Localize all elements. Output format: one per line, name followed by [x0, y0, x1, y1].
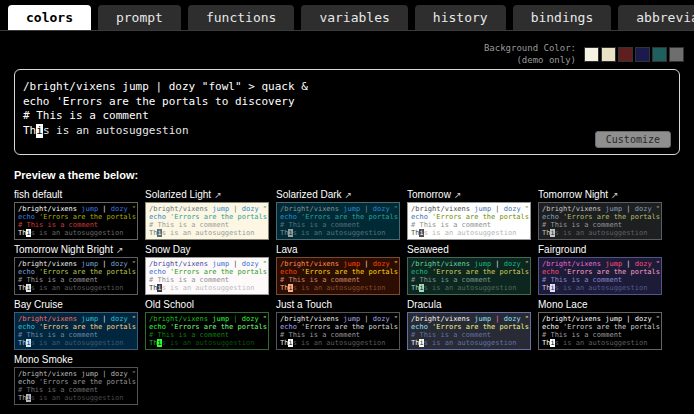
background-swatch[interactable] [584, 47, 599, 62]
code-path: /bright/vixens [23, 80, 116, 93]
tab-abbreviations[interactable]: abbreviations [618, 5, 694, 30]
code-path: /bright/vixens [411, 205, 470, 213]
theme-terminal-preview[interactable]: /bright/vixens jump | dozy "echo 'Errors… [145, 312, 269, 350]
autosuggestion-line: This is an autosuggestion [23, 124, 671, 139]
theme-card[interactable]: Lava/bright/vixens jump | dozy "echo 'Er… [276, 244, 400, 295]
code-path: /bright/vixens [542, 315, 601, 323]
theme-name[interactable]: Fairground [538, 244, 662, 255]
theme-name[interactable]: Solarized Dark↗ [276, 189, 400, 200]
theme-terminal-preview[interactable]: /bright/vixens jump | dozy "echo 'Errors… [538, 202, 662, 240]
code-operator: & [301, 80, 308, 93]
theme-card[interactable]: Mono Lace/bright/vixens jump | dozy "ech… [538, 299, 662, 350]
background-swatch[interactable] [652, 47, 667, 62]
theme-card[interactable]: Snow Day/bright/vixens jump | dozy "echo… [145, 244, 269, 295]
theme-name[interactable]: Mono Smoke [14, 354, 138, 365]
theme-name-label: Solarized Dark [276, 189, 342, 200]
theme-terminal-preview[interactable]: /bright/vixens jump | dozy "echo 'Errors… [276, 257, 400, 295]
code-line: echo 'Errors are the portals [18, 323, 134, 331]
theme-terminal-preview[interactable]: /bright/vixens jump | dozy "echo 'Errors… [276, 202, 400, 240]
theme-terminal-preview[interactable]: /bright/vixens jump | dozy "echo 'Errors… [538, 257, 662, 295]
theme-terminal-preview[interactable]: /bright/vixens jump | dozy "echo 'Errors… [276, 312, 400, 350]
theme-terminal-preview[interactable]: /bright/vixens jump | dozy "echo 'Errors… [145, 257, 269, 295]
code-line: # This is a comment [18, 386, 134, 394]
theme-terminal-preview[interactable]: /bright/vixens jump | dozy "echo 'Errors… [14, 312, 138, 350]
code-comment: # This is a comment [280, 276, 360, 284]
theme-name[interactable]: Lava [276, 244, 400, 255]
background-swatch[interactable] [635, 47, 650, 62]
background-swatch[interactable] [669, 47, 684, 62]
code-typed: Th [18, 394, 26, 402]
theme-name[interactable]: Snow Day [145, 244, 269, 255]
theme-name[interactable]: Dracula [407, 299, 531, 310]
theme-name[interactable]: Mono Lace [538, 299, 662, 310]
tab-bindings[interactable]: bindings [513, 5, 612, 30]
code-line: echo 'Errors are the portals [542, 213, 658, 221]
theme-card[interactable]: Tomorrow Night↗/bright/vixens jump | doz… [538, 189, 662, 240]
tab-variables[interactable]: variables [301, 5, 407, 30]
background-swatch[interactable] [601, 47, 616, 62]
theme-card[interactable]: Solarized Light↗/bright/vixens jump | do… [145, 189, 269, 240]
customize-button[interactable]: Customize [595, 131, 671, 148]
code-command: echo [411, 268, 428, 276]
theme-terminal-preview[interactable]: /bright/vixens jump | dozy "echo 'Errors… [145, 202, 269, 240]
code-quote: 'Errors are the portals [301, 213, 398, 221]
theme-name[interactable]: Tomorrow Night↗ [538, 189, 662, 200]
theme-name[interactable]: Tomorrow Night Bright↗ [14, 244, 138, 255]
code-line: /bright/vixens jump | dozy "fowl" > quac… [23, 80, 671, 95]
theme-card[interactable]: Seaweed/bright/vixens jump | dozy "echo … [407, 244, 531, 295]
code-command: echo [23, 95, 50, 108]
theme-card[interactable]: Bay Cruise/bright/vixens jump | dozy "ec… [14, 299, 138, 350]
code-line: /bright/vixens jump | dozy " [149, 315, 265, 323]
autosuggestion-line: This is an autosuggestion [18, 284, 134, 292]
theme-name[interactable]: Bay Cruise [14, 299, 138, 310]
theme-card[interactable]: Fairground/bright/vixens jump | dozy "ec… [538, 244, 662, 295]
theme-card[interactable]: Mono Smoke/bright/vixens jump | dozy "ec… [14, 354, 138, 405]
code-line: echo 'Errors are the portals to discover… [23, 95, 671, 110]
code-line: /bright/vixens jump | dozy " [280, 315, 396, 323]
external-link-icon[interactable]: ↗ [611, 190, 619, 200]
background-color-label: Background Color: [484, 43, 576, 55]
code-command: jump [212, 315, 229, 323]
theme-card[interactable]: Tomorrow Night Bright↗/bright/vixens jum… [14, 244, 138, 295]
theme-name[interactable]: Tomorrow↗ [407, 189, 531, 200]
theme-name-label: Mono Smoke [14, 354, 73, 365]
background-swatch[interactable] [618, 47, 633, 62]
theme-name[interactable]: Just a Touch [276, 299, 400, 310]
theme-name[interactable]: Old School [145, 299, 269, 310]
code-command: jump [212, 260, 229, 268]
theme-card[interactable]: Dracula/bright/vixens jump | dozy "echo … [407, 299, 531, 350]
cursor-block: i [36, 124, 43, 139]
external-link-icon[interactable]: ↗ [116, 245, 124, 255]
theme-card[interactable]: Solarized Dark↗/bright/vixens jump | doz… [276, 189, 400, 240]
code-command: echo [280, 213, 297, 221]
theme-card[interactable]: Tomorrow↗/bright/vixens jump | dozy "ech… [407, 189, 531, 240]
tab-functions[interactable]: functions [188, 5, 294, 30]
theme-terminal-preview[interactable]: /bright/vixens jump | dozy "echo 'Errors… [538, 312, 662, 350]
external-link-icon[interactable]: ↗ [214, 190, 222, 200]
theme-terminal-preview[interactable]: /bright/vixens jump | dozy "echo 'Errors… [14, 367, 138, 405]
theme-name[interactable]: fish default [14, 189, 138, 200]
theme-terminal-preview[interactable]: /bright/vixens jump | dozy "echo 'Errors… [407, 312, 531, 350]
code-command: echo [542, 268, 559, 276]
theme-card[interactable]: Just a Touch/bright/vixens jump | dozy "… [276, 299, 400, 350]
theme-name[interactable]: Solarized Light↗ [145, 189, 269, 200]
tab-colors[interactable]: colors [8, 5, 91, 30]
external-link-icon[interactable]: ↗ [345, 190, 353, 200]
theme-card[interactable]: Old School/bright/vixens jump | dozy "ec… [145, 299, 269, 350]
theme-terminal-preview[interactable]: /bright/vixens jump | dozy "echo 'Errors… [14, 202, 138, 240]
theme-terminal-preview[interactable]: /bright/vixens jump | dozy "echo 'Errors… [407, 202, 531, 240]
theme-name[interactable]: Seaweed [407, 244, 531, 255]
theme-terminal-preview[interactable]: /bright/vixens jump | dozy "echo 'Errors… [407, 257, 531, 295]
tab-prompt[interactable]: prompt [98, 5, 181, 30]
theme-terminal-preview[interactable]: /bright/vixens jump | dozy "echo 'Errors… [14, 257, 138, 295]
tab-history[interactable]: history [415, 5, 506, 30]
code-command: jump [81, 370, 98, 378]
code-line: echo 'Errors are the portals [18, 268, 134, 276]
terminal-demo-lines: /bright/vixens jump | dozy "fowl" > quac… [23, 80, 671, 138]
code-typed: Th [411, 339, 419, 347]
code-quote: " [525, 260, 529, 268]
external-link-icon[interactable]: ↗ [454, 190, 462, 200]
autosuggestion-line: This is an autosuggestion [149, 284, 265, 292]
autosuggestion-line: This is an autosuggestion [149, 229, 265, 237]
theme-card[interactable]: fish default/bright/vixens jump | dozy "… [14, 189, 138, 240]
